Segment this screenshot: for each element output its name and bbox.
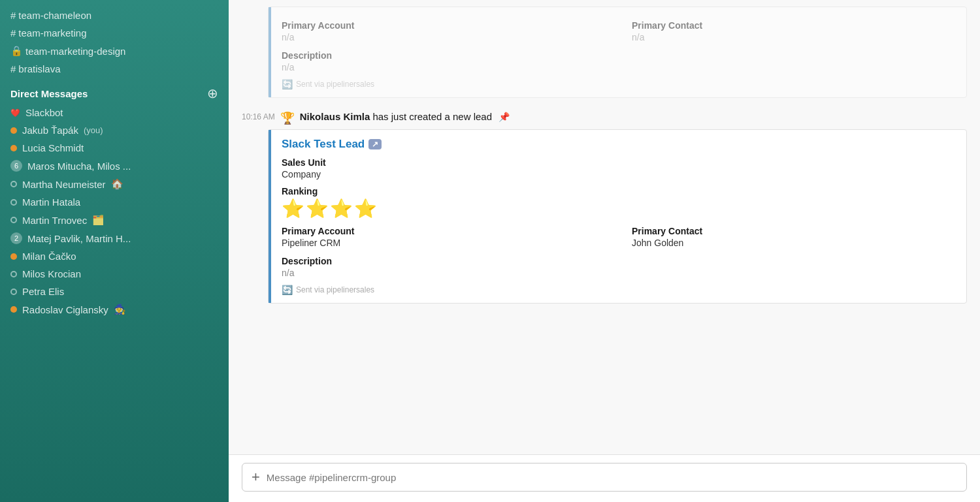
badge-icon: 6 [10,160,22,172]
messages-area: Primary Account n/a Primary Contact n/a … [229,0,980,454]
lock-icon: 🔒 [10,45,23,57]
dm-radoslav[interactable]: Radoslav Ciglansky 🧙 [0,300,229,319]
dm-lucia[interactable]: Lucia Schmidt [0,139,229,157]
ranking-stars: ⭐⭐⭐⭐ [282,198,956,219]
primary-contact-value: John Golden [632,238,956,248]
channel-team-chameleon[interactable]: # team-chameleon [0,7,229,24]
offline-dot [10,181,17,187]
channel-bratislava[interactable]: # bratislava [0,60,229,78]
dm-martin-trnovec[interactable]: Martin Trnovec 🗂️ [0,211,229,229]
pin-icon: 📌 [498,112,510,122]
previous-message-block: Primary Account n/a Primary Contact n/a … [229,0,980,104]
prev-primary-account-label: Primary Account [282,20,606,31]
pipeliner-logo-icon: 🔄 [282,285,293,295]
sales-unit-value: Company [282,169,956,180]
trophy-icon: 🏆 [280,111,295,125]
online-dot [10,306,17,313]
offline-dot [10,289,17,295]
new-lead-message-block: 10:16 AM 🏆 Nikolaus Kimla has just creat… [229,104,980,310]
dm-maros[interactable]: 6 Maros Mitucha, Milos ... [0,157,229,175]
hash-icon: # [10,10,16,21]
pipeliner-logo-icon: 🔄 [282,79,293,89]
prev-primary-account-value: n/a [282,32,606,42]
prev-primary-contact-value: n/a [632,32,956,42]
prev-description-value: n/a [282,62,956,72]
channel-team-marketing-design[interactable]: 🔒 team-marketing-design [0,42,229,60]
hash-icon: # [10,27,16,39]
add-attachment-button[interactable]: + [252,470,260,484]
badge-icon: 2 [10,232,22,244]
previous-card: Primary Account n/a Primary Contact n/a … [268,7,967,98]
lead-title: Slack Test Lead ↗ [282,138,956,151]
prev-sent-via: 🔄 Sent via pipelinersales [282,79,956,89]
hash-icon: # [10,63,16,74]
message-timestamp: 10:16 AM [242,112,275,121]
dm-matej[interactable]: 2 Matej Pavlik, Martin H... [0,229,229,247]
add-dm-button[interactable]: ⊕ [207,87,218,100]
offline-dot [10,199,17,206]
online-dot [10,253,17,260]
message-header: 10:16 AM 🏆 Nikolaus Kimla has just creat… [242,111,967,125]
channel-team-marketing[interactable]: # team-marketing [0,24,229,42]
heart-icon: ❤️ [10,108,20,118]
primary-account-label: Primary Account [282,226,606,236]
direct-messages-header: Direct Messages ⊕ [0,78,229,104]
description-label: Description [282,256,956,266]
dm-martha[interactable]: Martha Neumeister 🏠 [0,175,229,193]
new-lead-card-body: Slack Test Lead ↗ Sales Unit Company Ran… [269,130,966,303]
sidebar: # team-chameleon # team-marketing 🔒 team… [0,0,229,502]
offline-dot [10,217,17,223]
prev-description-label: Description [282,50,956,61]
online-dot [10,127,17,134]
message-text: Nikolaus Kimla has just created a new le… [300,111,510,122]
dm-martin-hatala[interactable]: Martin Hatala [0,193,229,211]
sales-unit-label: Sales Unit [282,157,956,168]
dm-jakub[interactable]: Jakub Ťapák (you) [0,121,229,139]
dm-milos[interactable]: Milos Krocian [0,265,229,283]
offline-dot [10,271,17,277]
description-value: n/a [282,268,956,278]
external-link-icon[interactable]: ↗ [368,139,382,149]
primary-contact-label: Primary Contact [632,226,956,236]
message-input[interactable] [267,472,957,483]
primary-account-value: Pipeliner CRM [282,238,606,248]
prev-primary-contact-label: Primary Contact [632,20,956,31]
message-input-area: + [229,454,980,502]
dm-petra[interactable]: Petra Elis [0,283,229,300]
dm-slackbot[interactable]: ❤️ Slackbot [0,104,229,121]
previous-card-body: Primary Account n/a Primary Contact n/a … [269,7,966,97]
new-lead-card: Slack Test Lead ↗ Sales Unit Company Ran… [268,129,967,304]
input-wrapper: + [242,463,967,492]
online-dot [10,145,17,151]
sent-via: 🔄 Sent via pipelinersales [282,285,956,295]
message-author: Nikolaus Kimla [300,111,370,122]
ranking-label: Ranking [282,186,956,196]
main-content: Primary Account n/a Primary Contact n/a … [229,0,980,502]
dm-milan[interactable]: Milan Čačko [0,247,229,265]
